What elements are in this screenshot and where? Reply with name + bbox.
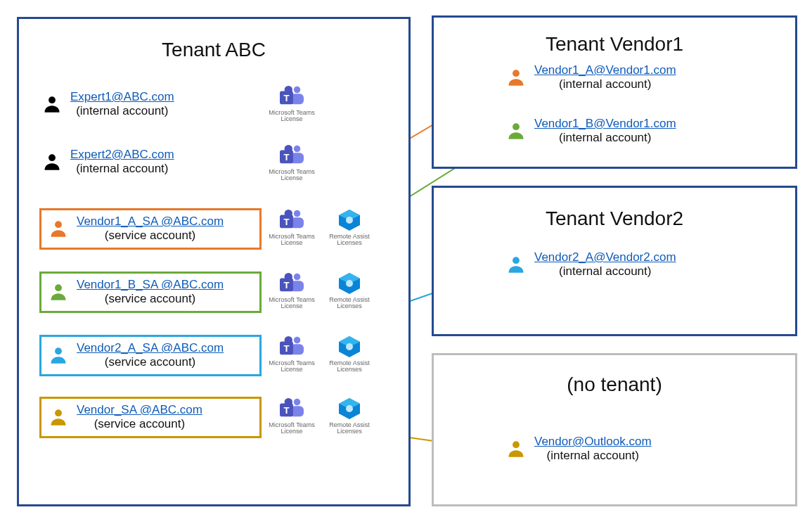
user-type-label: (internal account) xyxy=(547,449,639,463)
user-expert1: Expert1@ABC.com (internal account) xyxy=(42,90,253,119)
svg-point-7 xyxy=(55,285,62,292)
user-email-link[interactable]: Vendor2_A@Vendor2.com xyxy=(534,250,676,264)
remote-assist-license-4: Remote Assist Licenses xyxy=(325,271,374,310)
svg-point-45 xyxy=(346,280,353,287)
teams-icon: T xyxy=(278,271,305,295)
teams-license-3: T Microsoft Teams License xyxy=(267,208,316,247)
svg-text:T: T xyxy=(283,405,289,416)
user-email-link[interactable]: Vendor1_A_SA @ABC.com xyxy=(77,215,224,229)
svg-point-4 xyxy=(49,97,56,104)
svg-text:T: T xyxy=(283,343,289,354)
remote-assist-license-5: Remote Assist Licenses xyxy=(325,335,374,373)
svg-point-54 xyxy=(513,257,520,264)
user-expert2: Expert2@ABC.com (internal account) xyxy=(42,148,253,177)
svg-point-48 xyxy=(346,343,353,350)
remote-assist-label: Remote Assist Licenses xyxy=(325,360,374,373)
user-icon xyxy=(49,282,68,302)
teams-icon: T xyxy=(278,84,305,108)
svg-point-20 xyxy=(294,210,300,217)
remote-assist-icon xyxy=(337,271,362,295)
user-vendor1a-sa: Vendor1_A_SA @ABC.com (service account) xyxy=(39,208,262,250)
user-icon xyxy=(506,255,526,274)
svg-point-42 xyxy=(346,217,353,224)
user-type-label: (internal account) xyxy=(559,131,651,145)
user-type-label: (service account) xyxy=(105,355,195,369)
tenant-abc-title: Tenant ABC xyxy=(19,39,408,61)
svg-point-10 xyxy=(294,87,300,93)
user-email-link[interactable]: Vendor_SA @ABC.com xyxy=(77,403,202,417)
remote-assist-label: Remote Assist Licenses xyxy=(325,297,374,310)
user-email-link[interactable]: Vendor1_A@Vendor1.com xyxy=(534,63,676,77)
teams-license-6: T Microsoft Teams License xyxy=(267,397,316,435)
tenant-vendor1-box: Tenant Vendor1 xyxy=(432,15,797,169)
user-icon xyxy=(506,68,526,87)
teams-license-5: T Microsoft Teams License xyxy=(267,335,316,373)
svg-point-35 xyxy=(294,399,300,405)
svg-point-9 xyxy=(55,410,62,417)
user-icon xyxy=(49,345,68,365)
user-type-label: (internal account) xyxy=(559,77,651,91)
user-email-link[interactable]: Vendor@Outlook.com xyxy=(534,435,652,449)
teams-license-2: T Microsoft Teams License xyxy=(267,143,316,182)
user-icon xyxy=(506,439,526,459)
user-type-label: (service account) xyxy=(105,292,195,306)
remote-assist-icon xyxy=(337,335,362,359)
teams-license-label: Microsoft Teams License xyxy=(267,234,316,247)
teams-license-4: T Microsoft Teams License xyxy=(267,271,316,310)
user-icon xyxy=(506,121,526,141)
svg-point-30 xyxy=(294,337,300,343)
user-vendor-sa: Vendor_SA @ABC.com (service account) xyxy=(39,397,262,438)
teams-license-1: T Microsoft Teams License xyxy=(267,84,316,123)
no-tenant-title: (no tenant) xyxy=(434,373,795,396)
remote-assist-label: Remote Assist Licenses xyxy=(325,422,374,435)
user-vendor1b: Vendor1_B@Vendor1.com (internal account) xyxy=(506,117,738,146)
user-vendor1b-sa: Vendor1_B_SA @ABC.com (service account) xyxy=(39,271,262,313)
svg-point-8 xyxy=(55,348,62,355)
user-vendor2a: Vendor2_A@Vendor2.com (internal account) xyxy=(506,250,738,279)
user-type-label: (internal account) xyxy=(76,162,168,176)
svg-point-52 xyxy=(513,70,520,77)
user-icon xyxy=(49,219,68,238)
remote-assist-icon xyxy=(337,397,362,421)
teams-icon: T xyxy=(278,335,305,359)
teams-icon: T xyxy=(278,397,305,421)
svg-text:T: T xyxy=(283,93,289,103)
teams-license-label: Microsoft Teams License xyxy=(267,297,316,310)
svg-point-51 xyxy=(346,405,353,412)
user-type-label: (service account) xyxy=(94,417,185,431)
user-email-link[interactable]: Vendor1_B@Vendor1.com xyxy=(534,117,676,131)
user-email-link[interactable]: Vendor1_B_SA @ABC.com xyxy=(77,278,224,292)
user-icon xyxy=(49,407,68,427)
user-email-link[interactable]: Vendor2_A_SA @ABC.com xyxy=(77,341,224,355)
svg-text:T: T xyxy=(283,280,289,290)
tenant-vendor2-title: Tenant Vendor2 xyxy=(434,207,795,230)
remote-assist-label: Remote Assist Licenses xyxy=(325,234,374,247)
teams-license-label: Microsoft Teams License xyxy=(267,169,316,182)
teams-license-label: Microsoft Teams License xyxy=(267,110,316,123)
remote-assist-icon xyxy=(337,208,362,232)
svg-text:T: T xyxy=(283,152,289,162)
svg-point-25 xyxy=(294,274,300,280)
teams-license-label: Microsoft Teams License xyxy=(267,360,316,373)
tenant-vendor1-title: Tenant Vendor1 xyxy=(434,33,795,56)
teams-icon: T xyxy=(278,208,305,232)
user-email-link[interactable]: Expert1@ABC.com xyxy=(70,90,174,104)
teams-license-label: Microsoft Teams License xyxy=(267,422,316,435)
no-tenant-box: (no tenant) xyxy=(432,353,797,506)
user-vendor1a: Vendor1_A@Vendor1.com (internal account) xyxy=(506,63,738,92)
svg-point-15 xyxy=(294,146,300,152)
user-email-link[interactable]: Expert2@ABC.com xyxy=(70,148,174,162)
svg-point-53 xyxy=(513,124,520,131)
svg-point-5 xyxy=(49,155,56,162)
user-vendor2a-sa: Vendor2_A_SA @ABC.com (service account) xyxy=(39,335,262,376)
teams-icon: T xyxy=(278,143,305,167)
user-icon xyxy=(42,94,62,114)
remote-assist-license-6: Remote Assist Licenses xyxy=(325,397,374,435)
svg-point-55 xyxy=(513,442,520,449)
user-type-label: (internal account) xyxy=(559,264,651,279)
user-vendor-notenant: Vendor@Outlook.com (internal account) xyxy=(506,435,738,464)
remote-assist-license-3: Remote Assist Licenses xyxy=(325,208,374,247)
user-type-label: (internal account) xyxy=(76,104,168,118)
svg-point-6 xyxy=(55,222,62,229)
svg-text:T: T xyxy=(283,217,289,227)
